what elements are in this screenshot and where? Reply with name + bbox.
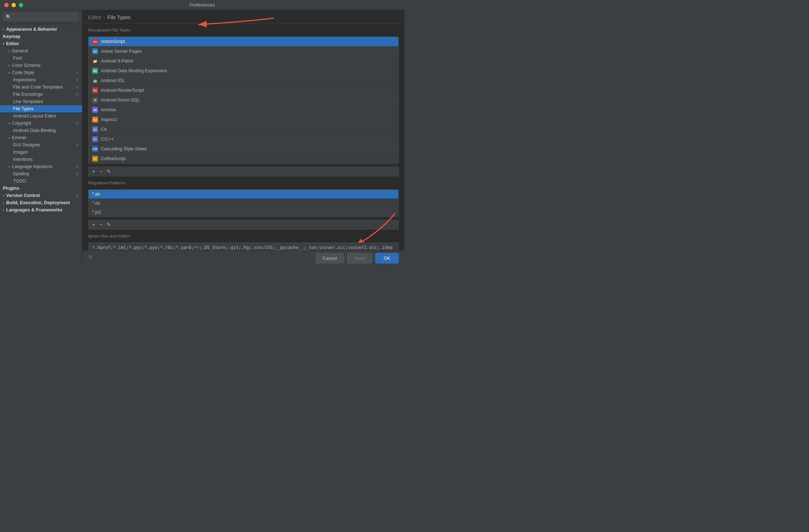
add-filetype-button[interactable]: + <box>91 168 97 175</box>
nav-label: Keymap <box>3 34 21 39</box>
sidebar-item-emmet[interactable]: ▸Emmet <box>0 134 82 141</box>
nav-label: Languages & Frameworks <box>6 207 63 213</box>
pattern-item[interactable]: *.as <box>89 190 398 199</box>
main-container: 🔍 ▸Appearance & BehaviorKeymap▾Editor▸Ge… <box>0 10 404 266</box>
arrow-icon: ▸ <box>3 194 5 197</box>
edit-filetype-button[interactable]: ✎ <box>105 168 112 175</box>
arrow-icon: ▸ <box>9 165 10 168</box>
sidebar-item-inspections[interactable]: Inspections⚙ <box>0 76 82 83</box>
ok-button[interactable]: OK <box>375 253 399 263</box>
sidebar-item-editor[interactable]: ▾Editor <box>0 40 82 47</box>
sidebar: 🔍 ▸Appearance & BehaviorKeymap▾Editor▸Ge… <box>0 10 82 266</box>
sidebar-item-livetemplates[interactable]: Live Templates <box>0 98 82 105</box>
cancel-button[interactable]: Cancel <box>316 253 344 263</box>
filetype-item[interactable]: RSAndroid RenderScript <box>89 86 398 95</box>
edit-pattern-button[interactable]: ✎ <box>105 221 112 228</box>
filetype-icon: 🤖 <box>92 78 98 83</box>
apply-button[interactable]: Apply <box>347 253 373 263</box>
remove-filetype-button[interactable]: − <box>98 168 104 175</box>
filetype-item[interactable]: CFCoffeeScript <box>89 154 398 163</box>
maximize-button[interactable] <box>19 3 23 7</box>
minimize-button[interactable] <box>12 3 16 7</box>
sidebar-item-guidesigner[interactable]: GUI Designer⚙ <box>0 141 82 149</box>
filetype-label: C# <box>101 127 107 132</box>
filetype-icon: C+ <box>92 136 98 142</box>
search-input[interactable] <box>4 13 78 21</box>
sidebar-item-intentions[interactable]: Intentions <box>0 156 82 163</box>
settings-icon: ⚙ <box>76 70 79 75</box>
filetype-item[interactable]: AJAspectJ <box>89 115 398 125</box>
sidebar-item-fileandcode[interactable]: File and Code Templates⚙ <box>0 83 82 91</box>
arrow-icon: ▸ <box>9 71 10 74</box>
recognized-section: Recognized File Types ASActionScriptASAc… <box>88 28 399 176</box>
filetype-label: Android Data Binding Expression <box>101 68 167 73</box>
sidebar-item-keymap[interactable]: Keymap <box>0 33 82 40</box>
sidebar-item-languageinjections[interactable]: ▸Language Injections⚙ <box>0 163 82 170</box>
nav-label: Copyright <box>12 121 31 126</box>
sidebar-item-buildexecution[interactable]: ▸Build, Execution, Deployment <box>0 199 82 206</box>
pattern-item[interactable]: *.js2 <box>89 208 398 216</box>
nav-label: Color Scheme <box>12 63 40 68</box>
filetype-label: Android Room SQL <box>101 98 140 103</box>
filetype-item[interactable]: CSSCascading Style Sheet <box>89 144 398 154</box>
ignore-label: Ignore files and folders <box>88 234 399 238</box>
sidebar-item-fileencodings[interactable]: File Encodings⚙ <box>0 91 82 98</box>
filetype-item[interactable]: DBAndroid Data Binding Expression <box>89 66 398 76</box>
arrow-icon: ▸ <box>9 136 10 140</box>
filetype-item[interactable]: 📁Android 9-Patch <box>89 56 398 66</box>
filetype-item[interactable]: ▦Android Room SQL <box>89 95 398 105</box>
sidebar-item-languages[interactable]: ▸Languages & Frameworks <box>0 206 82 214</box>
arrow-icon: ▾ <box>3 42 5 46</box>
breadcrumb: Editor › File Types <box>88 14 399 20</box>
footer-buttons: Cancel Apply OK <box>316 253 399 263</box>
nav-label: TODO <box>13 179 26 184</box>
filetype-item[interactable]: 🤖Android IDL <box>89 76 398 86</box>
help-button[interactable]: ? <box>88 254 92 262</box>
settings-icon: ⚙ <box>76 78 79 82</box>
remove-pattern-button[interactable]: − <box>98 221 104 228</box>
settings-icon: ⚙ <box>76 121 79 126</box>
sidebar-item-androidlayout[interactable]: Android Layout Editor <box>0 112 82 120</box>
filetype-item[interactable]: ASActionScript <box>89 37 398 47</box>
filetype-item[interactable]: ASActive Server Pages <box>89 47 398 56</box>
filetype-item[interactable]: C#C# <box>89 125 398 134</box>
sidebar-item-plugins[interactable]: Plugins <box>0 185 82 192</box>
content-panel: Editor › File Types Recognized File Type… <box>82 10 404 266</box>
sidebar-item-font[interactable]: Font <box>0 55 82 62</box>
close-button[interactable] <box>4 3 9 7</box>
nav-label: File Encodings <box>13 92 43 97</box>
filetype-label: Archive <box>101 107 116 112</box>
filetype-icon: AS <box>92 39 98 44</box>
sidebar-item-copyright[interactable]: ▸Copyright⚙ <box>0 120 82 127</box>
filetype-item[interactable]: ARArchive <box>89 105 398 115</box>
patterns-section: Registered Patterns *.as*.es*.js2 + − ✎ <box>88 181 399 229</box>
pattern-item[interactable]: *.es <box>89 199 398 208</box>
nav-label: Inspections <box>13 77 36 82</box>
window-controls[interactable] <box>4 3 23 7</box>
filetype-icon: AS <box>92 48 98 54</box>
nav-label: Build, Execution, Deployment <box>6 200 70 205</box>
nav-label: Version Control <box>6 193 40 198</box>
search-wrapper: 🔍 <box>4 13 78 21</box>
sidebar-item-filetypes[interactable]: File Types <box>0 105 82 112</box>
filetype-icon: AR <box>92 107 98 113</box>
filetype-item[interactable]: C+C/C++ <box>89 134 398 144</box>
content-header: Editor › File Types <box>82 10 404 23</box>
sidebar-item-appearance[interactable]: ▸Appearance & Behavior <box>0 26 82 33</box>
footer: ? Cancel Apply OK <box>82 250 404 266</box>
sidebar-item-codestyle[interactable]: ▸Code Style⚙ <box>0 69 82 76</box>
sidebar-item-images[interactable]: Images <box>0 149 82 156</box>
sidebar-item-general[interactable]: ▸General <box>0 47 82 55</box>
settings-icon: ⚙ <box>76 164 79 169</box>
sidebar-item-androiddatabinding[interactable]: Android Data Binding <box>0 127 82 134</box>
sidebar-item-spelling[interactable]: Spelling⚙ <box>0 170 82 177</box>
nav-label: Spelling <box>13 171 29 176</box>
add-pattern-button[interactable]: + <box>91 221 97 228</box>
filetype-icon: C# <box>92 126 98 132</box>
arrow-icon: ▸ <box>9 49 10 53</box>
sidebar-item-versioncontrol[interactable]: ▸Version Control⚙ <box>0 192 82 199</box>
sidebar-item-todo[interactable]: TODO <box>0 177 82 185</box>
nav-label: File and Code Templates <box>13 85 63 90</box>
ignore-textarea[interactable] <box>88 243 399 250</box>
sidebar-item-colorscheme[interactable]: ▸Color Scheme <box>0 62 82 69</box>
